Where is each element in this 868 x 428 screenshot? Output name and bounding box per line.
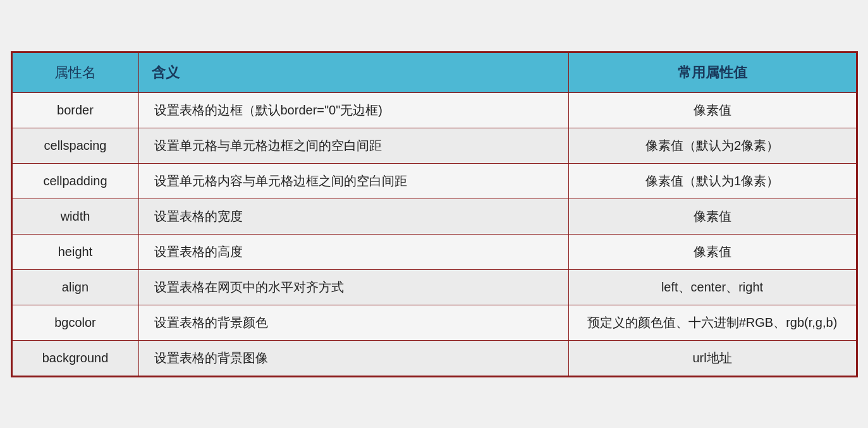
table-row: cellpadding设置单元格内容与单元格边框之间的空白间距像素值（默认为1像… <box>12 163 856 199</box>
cell-value: 像素值（默认为1像素） <box>568 163 856 199</box>
cell-value: 像素值 <box>568 234 856 269</box>
header-attr: 属性名 <box>12 52 138 92</box>
cell-attr: width <box>12 199 138 234</box>
cell-desc: 设置单元格内容与单元格边框之间的空白间距 <box>138 163 568 199</box>
cell-desc: 设置表格的边框（默认border="0"无边框) <box>138 92 568 128</box>
cell-desc: 设置单元格与单元格边框之间的空白间距 <box>138 128 568 163</box>
cell-value: 像素值 <box>568 199 856 234</box>
cell-value: left、center、right <box>568 269 856 305</box>
cell-attr: cellpadding <box>12 163 138 199</box>
header-desc: 含义 <box>138 52 568 92</box>
cell-attr: background <box>12 340 138 376</box>
table-row: width设置表格的宽度像素值 <box>12 199 856 234</box>
cell-value: 像素值（默认为2像素） <box>568 128 856 163</box>
cell-desc: 设置表格的背景图像 <box>138 340 568 376</box>
cell-value: 预定义的颜色值、十六进制#RGB、rgb(r,g,b) <box>568 305 856 340</box>
cell-attr: height <box>12 234 138 269</box>
table-row: border设置表格的边框（默认border="0"无边框)像素值 <box>12 92 856 128</box>
table-wrapper: 属性名 含义 常用属性值 border设置表格的边框（默认border="0"无… <box>11 51 858 377</box>
cell-desc: 设置表格的宽度 <box>138 199 568 234</box>
cell-value: url地址 <box>568 340 856 376</box>
table-header-row: 属性名 含义 常用属性值 <box>12 52 856 92</box>
cell-desc: 设置表格的高度 <box>138 234 568 269</box>
attributes-table: 属性名 含义 常用属性值 border设置表格的边框（默认border="0"无… <box>12 52 857 376</box>
cell-attr: align <box>12 269 138 305</box>
cell-attr: border <box>12 92 138 128</box>
header-value: 常用属性值 <box>568 52 856 92</box>
cell-attr: cellspacing <box>12 128 138 163</box>
cell-desc: 设置表格的背景颜色 <box>138 305 568 340</box>
cell-desc: 设置表格在网页中的水平对齐方式 <box>138 269 568 305</box>
table-row: height设置表格的高度像素值 <box>12 234 856 269</box>
table-row: cellspacing设置单元格与单元格边框之间的空白间距像素值（默认为2像素） <box>12 128 856 163</box>
table-row: bgcolor设置表格的背景颜色预定义的颜色值、十六进制#RGB、rgb(r,g… <box>12 305 856 340</box>
cell-value: 像素值 <box>568 92 856 128</box>
cell-attr: bgcolor <box>12 305 138 340</box>
table-row: background设置表格的背景图像url地址 <box>12 340 856 376</box>
table-row: align设置表格在网页中的水平对齐方式left、center、right <box>12 269 856 305</box>
